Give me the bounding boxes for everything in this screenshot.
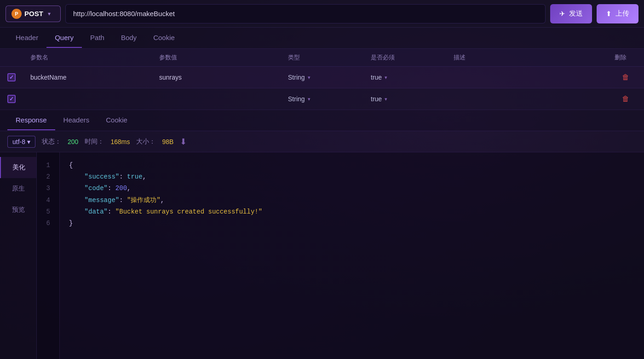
status-label: 状态：	[42, 138, 61, 146]
time-value: 168ms	[110, 138, 130, 145]
row1-type-arrow: ▾	[308, 75, 310, 81]
code-viewer: 美化 原生 预览 1 2 3 4 5 6 { "success": true,	[0, 152, 644, 359]
row1-required-cell[interactable]: true ▾	[363, 67, 446, 88]
response-meta-bar: utf-8 ▾ 状态： 200 时间： 168ms 大小： 98B ⬇	[0, 131, 644, 152]
time-label: 时间：	[85, 138, 104, 146]
th-param-desc: 描述	[446, 49, 607, 67]
encoding-selector[interactable]: utf-8 ▾	[7, 136, 35, 148]
th-param-delete: 删除	[607, 49, 644, 67]
row2-desc[interactable]	[446, 88, 607, 110]
raw-button[interactable]: 原生	[0, 178, 36, 199]
send-icon: ✈	[559, 10, 565, 18]
tab-path[interactable]: Path	[82, 28, 113, 48]
row1-desc[interactable]	[446, 67, 607, 88]
download-icon[interactable]: ⬇	[180, 137, 187, 147]
response-tab-response[interactable]: Response	[7, 110, 55, 130]
table-row: String ▾ true ▾ 🗑	[0, 88, 644, 110]
row1-value[interactable]: sunrays	[152, 67, 281, 88]
row2-required-cell[interactable]: true ▾	[363, 88, 446, 110]
preview-button[interactable]: 预览	[0, 199, 36, 220]
row1-delete-button[interactable]: 🗑	[618, 71, 633, 83]
th-checkbox	[0, 49, 23, 67]
row2-required-label: true	[371, 95, 382, 103]
tab-query[interactable]: Query	[46, 28, 82, 48]
th-param-type: 类型	[281, 49, 363, 67]
row2-type-arrow: ▾	[308, 96, 310, 102]
row1-checkbox[interactable]	[7, 73, 16, 81]
request-tabs-bar: Header Query Path Body Cookie	[0, 28, 644, 49]
response-tabs-bar: Response Headers Cookie	[0, 110, 644, 131]
upload-button[interactable]: ⬆ 上传	[597, 4, 638, 23]
encoding-arrow: ▾	[27, 138, 30, 145]
row2-checkbox-cell[interactable]	[0, 88, 23, 110]
row1-delete-cell: 🗑	[607, 67, 644, 88]
code-line-1: {	[69, 160, 635, 171]
row2-delete-button[interactable]: 🗑	[618, 93, 633, 105]
row2-delete-cell: 🗑	[607, 88, 644, 110]
row1-checkbox-cell[interactable]	[0, 67, 23, 88]
row2-value[interactable]	[152, 88, 281, 110]
method-badge: P	[12, 9, 22, 19]
code-line-2: "success": true,	[69, 171, 635, 183]
row1-type-label: String	[288, 74, 305, 81]
response-tab-cookie[interactable]: Cookie	[98, 110, 136, 130]
method-dropdown-arrow: ▾	[48, 11, 51, 17]
row1-type-cell[interactable]: String ▾	[281, 67, 363, 88]
th-param-name: 参数名	[23, 49, 152, 67]
send-button[interactable]: ✈ 发送	[550, 4, 592, 23]
row1-required-label: true	[371, 74, 382, 81]
table-row: bucketName sunrays String ▾ true ▾	[0, 67, 644, 88]
row2-checkbox[interactable]	[7, 95, 16, 103]
params-section: 参数名 参数值 类型 是否必须 描述 删除 bucketName sunrays	[0, 49, 644, 110]
tab-header[interactable]: Header	[7, 28, 46, 48]
row2-type-label: String	[288, 95, 305, 103]
size-label: 大小：	[136, 138, 155, 146]
url-input[interactable]	[65, 4, 546, 23]
row2-type-cell[interactable]: String ▾	[281, 88, 363, 110]
side-panel: 美化 原生 预览	[0, 152, 37, 359]
upload-label: 上传	[615, 9, 629, 18]
th-param-value: 参数值	[152, 49, 281, 67]
code-line-4: "message": "操作成功",	[69, 195, 635, 206]
code-line-6: }	[69, 218, 635, 229]
beautify-button[interactable]: 美化	[0, 157, 36, 178]
line-numbers: 1 2 3 4 5 6	[37, 152, 60, 359]
top-bar: P POST ▾ ✈ 发送 ⬆ 上传	[0, 0, 644, 28]
code-line-5: "data": "Bucket sunrays created successf…	[69, 206, 635, 218]
tab-body[interactable]: Body	[113, 28, 145, 48]
method-label: POST	[24, 10, 43, 17]
size-value: 98B	[162, 138, 173, 145]
params-table: 参数名 参数值 类型 是否必须 描述 删除 bucketName sunrays	[0, 49, 644, 110]
code-line-3: "code": 200,	[69, 183, 635, 194]
method-selector[interactable]: P POST ▾	[6, 6, 61, 22]
response-section: Response Headers Cookie utf-8 ▾ 状态： 200 …	[0, 110, 644, 359]
encoding-value: utf-8	[12, 138, 25, 145]
app-container: P POST ▾ ✈ 发送 ⬆ 上传 Header Query Path Bod…	[0, 0, 644, 359]
row1-required-arrow: ▾	[385, 75, 387, 81]
response-tab-headers[interactable]: Headers	[55, 110, 98, 130]
row2-name[interactable]	[23, 88, 152, 110]
upload-icon: ⬆	[606, 10, 612, 18]
code-content: { "success": true, "code": 200, "message…	[60, 152, 644, 359]
send-label: 发送	[569, 9, 583, 18]
th-param-required: 是否必须	[363, 49, 446, 67]
row2-required-arrow: ▾	[385, 96, 387, 102]
status-value: 200	[68, 138, 78, 145]
tab-cookie[interactable]: Cookie	[145, 28, 183, 48]
code-area: 1 2 3 4 5 6 { "success": true, "code": 2…	[37, 152, 644, 359]
row1-name[interactable]: bucketName	[23, 67, 152, 88]
